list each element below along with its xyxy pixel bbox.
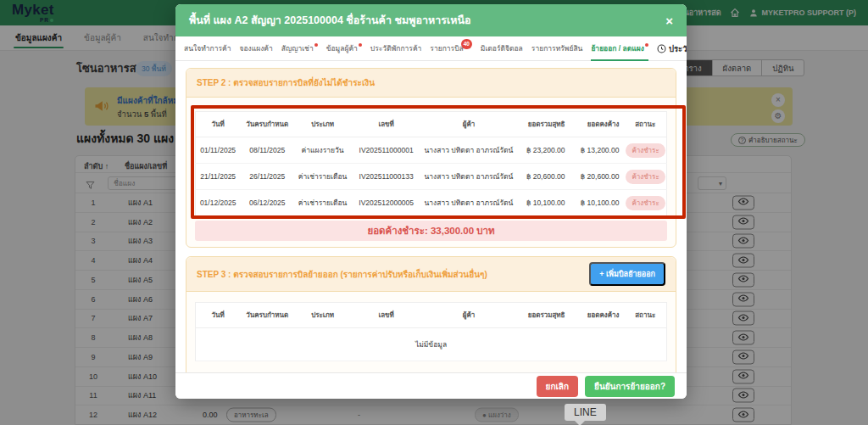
clock-icon [657,44,666,53]
bill-column-header: ยอดรวมสุทธิ [516,303,570,328]
status-badge: ค้างชำระ [626,170,665,184]
confirm-moveout-button[interactable]: ยืนยันการย้ายออก? [585,376,675,397]
bill-column-header: ยอดคงค้าง [570,303,624,328]
unpaid-bills-table: วันที่วันครบกำหนดประเภทเลขที่ผู้ค้ายอดรว… [195,111,667,216]
modal-tab[interactable]: จองแผงค้า [239,36,272,60]
step3-section: STEP 3 : ตรวจสอบรายการบิลย้ายออก (รายการ… [186,256,676,372]
bill-column-header: ยอดคงค้าง [570,112,624,137]
add-moveout-bill-button[interactable]: + เพิ่มบิลย้ายออก [589,262,665,286]
bill-row: 01/11/202508/11/2025ค่าแผงรายวันIV202511… [196,137,667,164]
bill-column-header: เลขที่ [351,303,421,328]
cancel-button[interactable]: ยกเลิก [537,376,579,397]
alert-dot-icon [645,43,648,47]
modal-tab[interactable]: ข้อมูลผู้ค้า [326,36,362,60]
count-badge: 40 [461,39,472,49]
modal-footer: ยกเลิก ยืนยันการย้ายออก? [175,372,687,399]
bill-row: 21/11/202526/11/2025ค่าเช่ารายเดือนIV202… [196,164,667,190]
bill-column-header: สถานะ [624,303,666,328]
alert-dot-icon [314,43,318,47]
modal-header: พื้นที่ แผง A2 สัญญา 2025100004 ชื่อร้าน… [175,4,687,36]
modal-tab[interactable]: ประวัติพักการค้า [370,36,422,60]
app-root: Myket PR โซนอาหารสด MYKETPRO SUPPORT (P)… [0,0,868,425]
modal-tab-bar: สนใจทำการค้าจองแผงค้าสัญญาเช่าข้อมูลผู้ค… [175,36,687,61]
modal-tab[interactable]: มิเตอร์ดิจิตอล [481,36,523,60]
modal-tab[interactable]: รายการบิล40 [430,36,471,60]
empty-state: ไม่มีข้อมูล [196,328,667,361]
modal-tab[interactable]: ย้ายออก / ลดแผง [591,36,648,60]
modal-body: STEP 2 : ตรวจสอบรายการบิลที่ยังไม่ได้ชำร… [175,61,687,372]
modal-tab[interactable]: สัญญาเช่า [281,36,318,60]
bill-column-header: สถานะ [624,112,666,137]
bill-column-header: วันที่ [196,112,241,137]
bill-column-header: วันครบกำหนด [240,303,294,328]
moveout-bills-table: วันที่วันครบกำหนดประเภทเลขที่ผู้ค้ายอดรว… [195,302,667,361]
bill-column-header: ประเภท [294,112,351,137]
bill-column-header: ผู้ค้า [421,303,515,328]
bill-column-header: ยอดรวมสุทธิ [516,112,570,137]
bill-column-header: ผู้ค้า [421,112,515,137]
bill-column-header: ประเภท [294,303,351,328]
alert-dot-icon [359,43,362,47]
bill-row: 01/12/202506/12/2025ค่าเช่ารายเดือนIV202… [196,190,667,216]
bill-column-header: เลขที่ [351,112,421,137]
step2-section: STEP 2 : ตรวจสอบรายการบิลที่ยังไม่ได้ชำร… [186,68,676,248]
bill-column-header: วันครบกำหนด [240,112,294,137]
step2-header: STEP 2 : ตรวจสอบรายการบิลที่ยังไม่ได้ชำร… [186,69,676,98]
panel-history-tab[interactable]: ประวัติแผง [657,36,687,60]
close-icon[interactable]: × [665,14,673,27]
status-badge: ค้างชำระ [626,196,665,210]
unpaid-total: ยอดค้างชำระ: 33,300.00 บาท [195,221,667,241]
step3-header: STEP 3 : ตรวจสอบรายการบิลย้ายออก (รายการ… [186,257,676,292]
modal-tab[interactable]: รายการทรัพย์สิน [531,36,583,60]
bill-column-header: วันที่ [196,303,241,328]
move-out-modal: พื้นที่ แผง A2 สัญญา 2025100004 ชื่อร้าน… [175,4,687,399]
status-badge: ค้างชำระ [626,143,665,158]
modal-title: พื้นที่ แผง A2 สัญญา 2025100004 ชื่อร้าน… [189,12,470,29]
modal-tab[interactable]: สนใจทำการค้า [184,36,231,60]
line-tooltip: LINE [565,404,606,421]
